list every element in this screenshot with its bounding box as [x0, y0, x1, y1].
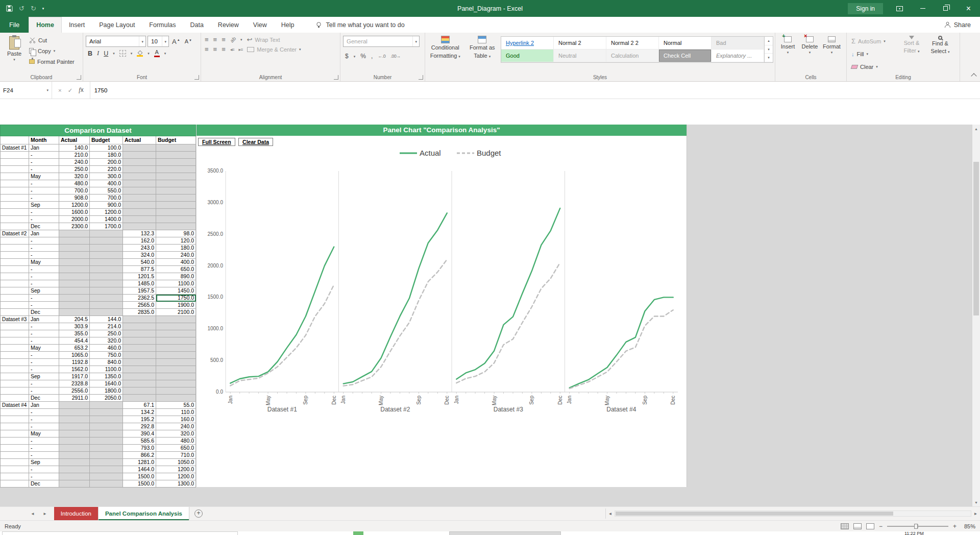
table-cell[interactable]	[59, 466, 90, 473]
table-cell[interactable]: 700.0	[90, 194, 123, 202]
table-cell[interactable]	[123, 159, 156, 166]
table-cell[interactable]: 2362.5	[123, 295, 156, 302]
cell-style-calculation[interactable]: Calculation	[606, 50, 659, 62]
dataset-label-cell[interactable]	[1, 259, 29, 266]
month-cell[interactable]: -	[29, 366, 59, 373]
dataset-label-cell[interactable]	[1, 266, 29, 273]
month-cell[interactable]: -	[29, 166, 59, 173]
table-cell[interactable]: 1750.0	[156, 295, 196, 302]
vertical-scroll-thumb[interactable]	[973, 162, 979, 315]
column-header[interactable]: Budget	[156, 136, 196, 144]
column-header[interactable]: Budget	[90, 136, 123, 144]
month-cell[interactable]: Sep	[29, 459, 59, 466]
tab-help[interactable]: Help	[274, 17, 302, 33]
month-cell[interactable]: Jan	[29, 230, 59, 237]
autosum-button[interactable]: Σ AutoSum ▾	[849, 36, 896, 46]
table-cell[interactable]: 700.0	[59, 187, 90, 194]
cell-style-good[interactable]: Good	[501, 50, 554, 62]
table-cell[interactable]: 140.0	[59, 144, 90, 152]
dataset-label-cell[interactable]	[1, 416, 29, 423]
font-name-combo[interactable]: Arial ▾	[86, 36, 146, 47]
table-cell[interactable]: 204.5	[59, 316, 90, 323]
styles-scroll-up-icon[interactable]: ▴	[765, 37, 773, 45]
table-cell[interactable]	[156, 159, 196, 166]
insert-function-icon[interactable]: fx	[79, 86, 83, 94]
dataset-label-cell[interactable]	[1, 373, 29, 380]
dataset-label-cell[interactable]	[1, 345, 29, 352]
dataset-label-cell[interactable]	[1, 459, 29, 466]
table-cell[interactable]: 243.0	[123, 245, 156, 252]
dataset-label-cell[interactable]	[1, 216, 29, 223]
dataset-label-cell[interactable]	[1, 352, 29, 359]
cancel-icon[interactable]: ×	[58, 87, 62, 93]
month-cell[interactable]: Sep	[29, 287, 59, 295]
dataset-label-cell[interactable]	[1, 452, 29, 459]
dataset-label-cell[interactable]	[1, 173, 29, 180]
dataset-label-cell[interactable]	[1, 323, 29, 330]
name-box[interactable]: F24 ▾	[0, 82, 52, 99]
table-cell[interactable]	[90, 452, 123, 459]
table-cell[interactable]: 840.0	[90, 359, 123, 366]
table-cell[interactable]	[123, 166, 156, 173]
table-cell[interactable]	[123, 395, 156, 402]
table-cell[interactable]: 2050.0	[90, 395, 123, 402]
month-cell[interactable]: -	[29, 280, 59, 287]
table-cell[interactable]	[59, 437, 90, 445]
table-cell[interactable]: 540.0	[123, 259, 156, 266]
dataset-label-cell[interactable]	[1, 430, 29, 437]
table-cell[interactable]: 1200.0	[90, 209, 123, 216]
month-cell[interactable]: -	[29, 187, 59, 194]
table-cell[interactable]: 585.6	[123, 437, 156, 445]
month-cell[interactable]: -	[29, 416, 59, 423]
table-cell[interactable]	[123, 352, 156, 359]
horizontal-scroll-thumb[interactable]	[616, 512, 893, 516]
table-cell[interactable]: 480.0	[59, 180, 90, 187]
new-sheet-button[interactable]: +	[189, 507, 208, 520]
table-cell[interactable]	[59, 309, 90, 316]
restore-button[interactable]	[934, 0, 957, 17]
zoom-slider-thumb[interactable]	[914, 524, 918, 529]
table-cell[interactable]	[59, 252, 90, 259]
column-header[interactable]: Actual	[123, 136, 156, 144]
table-cell[interactable]: 180.0	[90, 152, 123, 159]
table-cell[interactable]: 132.3	[123, 230, 156, 237]
table-cell[interactable]: 653.2	[59, 345, 90, 352]
table-cell[interactable]: 240.0	[59, 159, 90, 166]
cell-style-normal[interactable]: Normal	[659, 37, 712, 50]
table-cell[interactable]: 220.0	[90, 166, 123, 173]
table-cell[interactable]: 710.0	[156, 452, 196, 459]
table-cell[interactable]	[90, 309, 123, 316]
table-cell[interactable]: 320.0	[90, 337, 123, 345]
increase-indent-icon[interactable]: ▸≡	[239, 47, 243, 52]
sheet-tab-panel-comparison-analysis[interactable]: Panel Comparison Analysis	[99, 507, 189, 520]
conditional-formatting-button[interactable]: Conditional Formatting ▾	[427, 34, 464, 73]
center-icon[interactable]: ≡	[213, 46, 217, 53]
table-cell[interactable]	[123, 194, 156, 202]
dataset-label-cell[interactable]	[1, 159, 29, 166]
dataset-label-cell[interactable]	[1, 209, 29, 216]
table-cell[interactable]	[156, 173, 196, 180]
dataset-label-cell[interactable]	[1, 180, 29, 187]
table-cell[interactable]: 100.0	[90, 144, 123, 152]
full-screen-button[interactable]: Full Screen	[198, 138, 235, 146]
month-cell[interactable]: -	[29, 266, 59, 273]
dataset-label-cell[interactable]	[1, 295, 29, 302]
normal-view-button[interactable]	[841, 523, 849, 529]
table-cell[interactable]	[156, 359, 196, 366]
align-left-icon[interactable]: ≡	[205, 46, 209, 53]
month-cell[interactable]: Jan	[29, 402, 59, 409]
column-header[interactable]: Actual	[59, 136, 90, 144]
tab-insert[interactable]: Insert	[62, 17, 92, 33]
tab-view[interactable]: View	[246, 17, 274, 33]
month-cell[interactable]: Jan	[29, 316, 59, 323]
month-cell[interactable]: -	[29, 245, 59, 252]
fill-color-button[interactable]	[137, 50, 143, 57]
scroll-up-icon[interactable]: ▲	[972, 125, 980, 133]
dataset-label-cell[interactable]	[1, 380, 29, 387]
table-cell[interactable]: 908.0	[59, 194, 90, 202]
table-cell[interactable]	[59, 266, 90, 273]
dataset-label-cell[interactable]	[1, 202, 29, 209]
format-as-table-button[interactable]: Format as Table ▾	[464, 34, 501, 73]
bold-button[interactable]: B	[88, 50, 92, 57]
table-cell[interactable]	[123, 144, 156, 152]
